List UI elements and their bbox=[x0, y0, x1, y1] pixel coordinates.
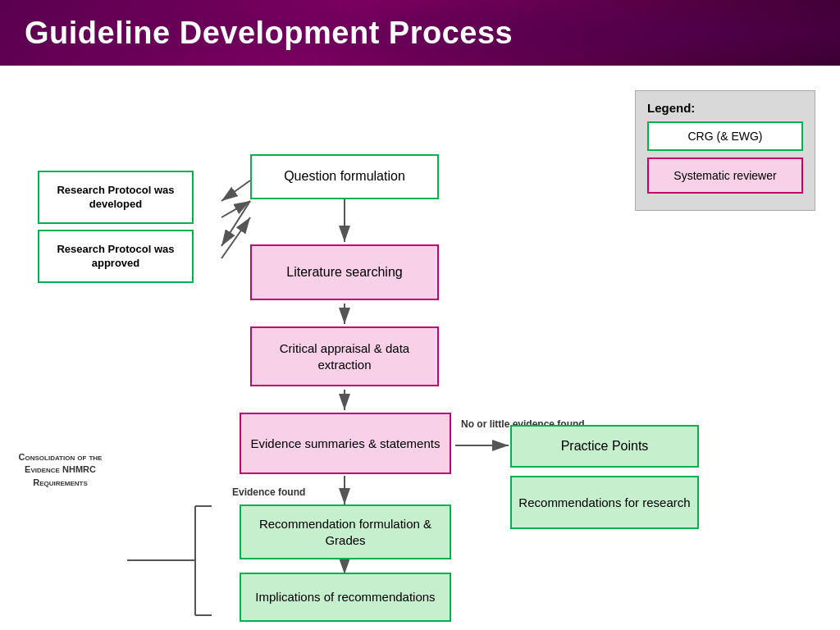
page-header: Guideline Development Process bbox=[0, 0, 840, 66]
recommendation-formulation-box: Recommendation formulation & Grades bbox=[240, 504, 451, 559]
literature-searching-box: Literature searching bbox=[250, 244, 439, 300]
svg-line-11 bbox=[221, 201, 250, 246]
research-developed-box: Research Protocol was developed bbox=[38, 171, 194, 224]
svg-line-10 bbox=[221, 201, 250, 217]
critical-appraisal-box: Critical appraisal & data extraction bbox=[250, 326, 439, 386]
legend-crg: CRG (& EWG) bbox=[647, 121, 803, 151]
legend-container: Legend: CRG (& EWG) Systematic reviewer bbox=[635, 90, 815, 211]
evidence-summaries-box: Evidence summaries & statements bbox=[240, 413, 451, 474]
page-title: Guideline Development Process bbox=[25, 16, 513, 51]
evidence-found-label: Evidence found bbox=[232, 486, 305, 498]
svg-line-9 bbox=[221, 180, 250, 201]
recommendations-research-box: Recommendations for research bbox=[510, 476, 699, 529]
practice-points-box: Practice Points bbox=[510, 425, 699, 468]
question-formulation-box: Question formulation bbox=[250, 154, 439, 199]
research-approved-box: Research Protocol was approved bbox=[38, 230, 194, 283]
consolidation-text: Consolidation of the Evidence NHMRC Requ… bbox=[13, 451, 107, 489]
implications-box: Implications of recommendations bbox=[240, 573, 451, 622]
main-content: Research Protocol was developed Research… bbox=[0, 66, 840, 630]
legend-systematic: Systematic reviewer bbox=[647, 158, 803, 194]
svg-line-12 bbox=[221, 217, 250, 258]
legend-title: Legend: bbox=[647, 101, 803, 115]
